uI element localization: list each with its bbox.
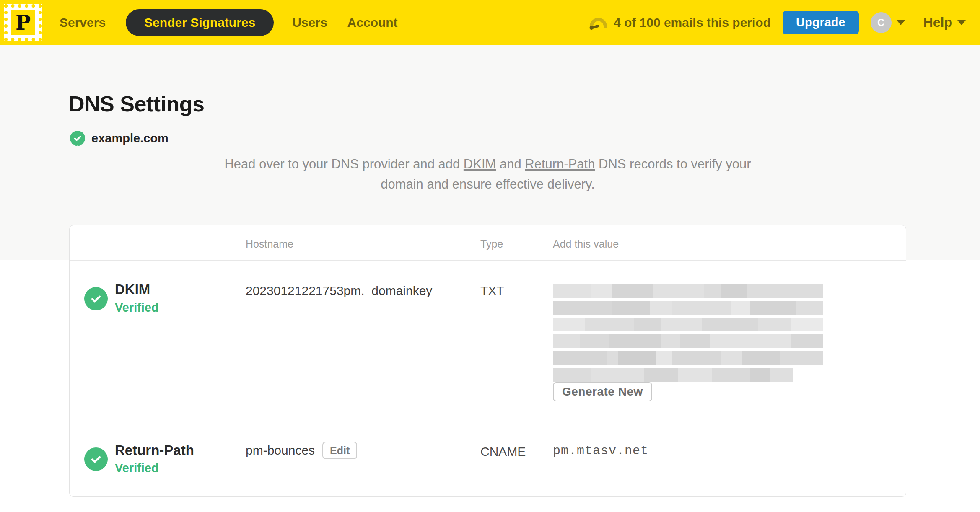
nav-item-sender-signatures[interactable]: Sender Signatures <box>126 9 274 36</box>
nav-item-account[interactable]: Account <box>347 16 398 30</box>
record-status-badge: Verified <box>115 461 159 475</box>
row-divider <box>70 424 906 424</box>
intro-text: Head over to your DNS provider and add D… <box>69 154 906 194</box>
postmark-logo[interactable]: P <box>4 4 42 41</box>
upgrade-button[interactable]: Upgrade <box>783 11 859 34</box>
help-label: Help <box>923 15 952 30</box>
nav-item-users[interactable]: Users <box>292 16 327 30</box>
record-name: Return-Path <box>115 442 194 458</box>
verified-seal-icon <box>69 129 86 147</box>
redacted-dkim-value <box>553 284 823 385</box>
logo-letter: P <box>11 10 35 35</box>
record-type: CNAME <box>480 445 526 459</box>
account-menu-caret-icon[interactable] <box>897 20 905 25</box>
generate-new-button[interactable]: Generate New <box>553 382 652 401</box>
nav-item-servers[interactable]: Servers <box>60 16 106 30</box>
help-menu[interactable]: Help <box>923 15 966 30</box>
return-path-link[interactable]: Return-Path <box>525 157 595 171</box>
avatar[interactable]: C <box>871 12 892 33</box>
table-header-divider <box>70 260 906 261</box>
usage-gauge-icon <box>589 15 608 30</box>
intro-pre: Head over to your DNS provider and add <box>224 157 463 171</box>
usage-counter: 4 of 100 emails this period <box>614 16 771 30</box>
page-title: DNS Settings <box>69 91 204 116</box>
domain-name: example.com <box>91 132 169 145</box>
topbar-right-cluster: 4 of 100 emails this period Upgrade C He… <box>589 11 980 34</box>
record-name: DKIM <box>115 282 150 297</box>
edit-button[interactable]: Edit <box>322 442 357 459</box>
intro-mid: and <box>496 157 525 171</box>
record-status-badge: Verified <box>115 301 159 315</box>
column-header-add-this-value: Add this value <box>553 238 619 250</box>
column-header-type: Type <box>480 238 503 250</box>
column-header-hostname: Hostname <box>246 238 293 250</box>
help-caret-icon <box>957 20 966 25</box>
domain-row: example.com <box>69 129 169 147</box>
main-nav: Servers Sender Signatures Users Account <box>60 9 418 36</box>
record-hostname: pm-bounces <box>246 443 315 458</box>
record-type: TXT <box>480 284 504 298</box>
return-path-verified-check-icon <box>84 447 108 471</box>
dkim-link[interactable]: DKIM <box>464 157 496 171</box>
top-nav-bar: P Servers Sender Signatures Users Accoun… <box>0 0 980 45</box>
record-value: pm.mtasv.net <box>553 444 648 458</box>
return-path-hostname-group: pm-bounces Edit <box>246 442 357 459</box>
record-hostname: 20230121221753pm._domainkey <box>246 284 432 298</box>
dkim-verified-check-icon <box>84 287 108 310</box>
dns-records-card: Hostname Type Add this value DKIM Verifi… <box>69 225 906 497</box>
